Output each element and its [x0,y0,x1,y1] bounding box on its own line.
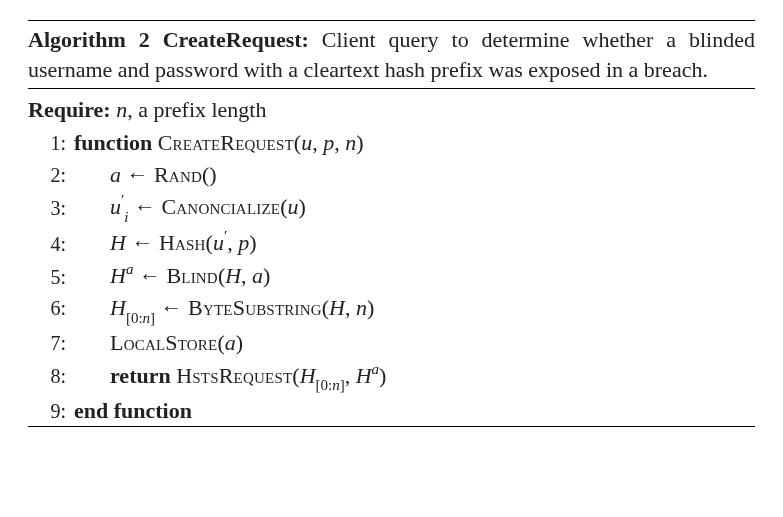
code-content: Ha ← Blind(H, a) [74,260,270,291]
line-number: 2: [28,162,74,189]
code-content: LocalStore(a) [74,328,243,358]
line-number: 8: [28,363,74,390]
line-number: 1: [28,130,74,157]
keyword: end function [74,398,192,423]
function-name: LocalStore [110,330,217,355]
code-content: H ← Hash(u′, p) [74,227,257,258]
algorithm-title-bold: Algorithm 2 CreateRequest: [28,27,309,52]
function-name: Blind [166,264,218,289]
line-number: 5: [28,264,74,291]
algorithm-block: Algorithm 2 CreateRequest: Client query … [28,20,755,427]
line-number: 7: [28,330,74,357]
code-content: end function [74,396,192,426]
code-line: 7: LocalStore(a) [28,327,755,359]
line-number: 4: [28,231,74,258]
require-desc: , a prefix length [127,97,266,122]
require-label: Require: [28,97,111,122]
function-name: HstsRequest [176,363,292,388]
code-line: 3: u′i ← Canoncialize(u) [28,190,755,226]
code-content: H[0:n] ← ByteSubstring(H, n) [74,293,374,326]
require-var: n [116,97,127,122]
code-line: 6: H[0:n] ← ByteSubstring(H, n) [28,292,755,327]
code-content: function CreateRequest(u, p, n) [74,128,364,158]
code-line: 5: Ha ← Blind(H, a) [28,259,755,292]
code-line: 1: function CreateRequest(u, p, n) [28,127,755,159]
line-number: 6: [28,295,74,322]
code-line: 4: H ← Hash(u′, p) [28,226,755,259]
code-line: 8: return HstsRequest(H[0:n], Ha) [28,359,755,395]
function-name: Canoncialize [161,195,280,220]
require-line: Require: n, a prefix length [28,89,755,127]
keyword: return [110,363,171,388]
function-name: Rand [154,162,202,187]
function-name: ByteSubstring [188,295,322,320]
function-name: Hash [159,231,206,256]
algorithm-header: Algorithm 2 CreateRequest: Client query … [28,21,755,88]
line-number: 3: [28,195,74,222]
code-content: u′i ← Canoncialize(u) [74,191,306,225]
function-name: CreateRequest [158,130,294,155]
code-content: return HstsRequest(H[0:n], Ha) [74,360,386,394]
bottom-rule [28,426,755,427]
code-content: a ← Rand() [74,160,217,190]
code-line: 9: end function [28,395,755,427]
line-number: 9: [28,398,74,425]
keyword: function [74,130,152,155]
code-line: 2: a ← Rand() [28,159,755,191]
